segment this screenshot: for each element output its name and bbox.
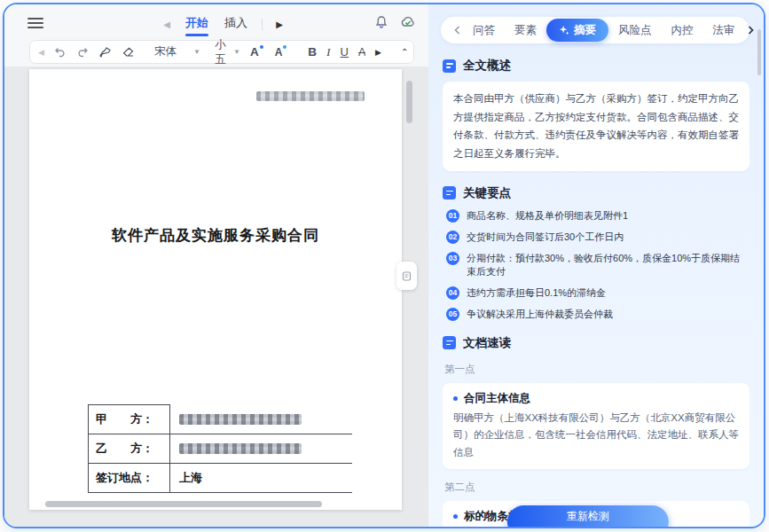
quickread-point-label: 第一点	[444, 363, 749, 376]
bullet-dot-icon	[453, 396, 458, 401]
bullet-dot-icon	[453, 514, 458, 519]
app-window: ◀ 开始 插入 ▶	[3, 3, 765, 528]
tab-elements[interactable]: 要素	[505, 23, 546, 38]
redo-button[interactable]	[76, 46, 89, 58]
collapse-toolbar-icon[interactable]: ⌃	[401, 47, 408, 57]
key-point-item: 03 分期付款：预付款30%，验收后付60%，质保金10%于质保期结束后支付	[446, 252, 749, 278]
signature-table: 甲 方： 乙 方： 签订地点： 上海	[88, 404, 352, 493]
document-canvas: 软件产品及实施服务采购合同 甲 方： 乙 方： 签订地点： 上海	[4, 66, 428, 527]
scrollbar-thumb[interactable]	[406, 81, 412, 123]
quickread-card-desc: 明确甲方（上海XX科技有限公司）与乙方（北京XX商贸有限公司）的企业信息，包含统…	[453, 410, 739, 462]
document-title: 软件产品及实施服务采购合同	[29, 225, 402, 246]
toolbar-scroll-right-icon[interactable]: ▶	[375, 48, 381, 57]
sign-place-value: 上海	[170, 464, 353, 493]
section-overview-header: 全文概述	[443, 58, 749, 74]
menu-button[interactable]	[27, 15, 43, 27]
assistant-body: 全文概述 本合同由甲方（供应商）与乙方（采购方）签订，约定甲方向乙方提供指定商品…	[443, 43, 749, 527]
redacted-value	[179, 443, 302, 454]
font-family-value: 宋体	[154, 44, 177, 59]
tabs-scroll-right-icon[interactable]	[745, 26, 757, 35]
key-point-item: 05 争议解决采用上海仲裁委员会仲裁	[446, 308, 749, 321]
section-quickread-title: 文档速读	[463, 335, 511, 351]
tab-internal-control[interactable]: 内控	[662, 23, 703, 38]
editor-pane: ◀ 开始 插入 ▶	[4, 4, 428, 527]
document-section-icon	[443, 336, 456, 349]
quickread-card-title-row: 合同主体信息	[453, 391, 739, 406]
key-point-item: 01 商品名称、规格及单价明细表见附件1	[446, 209, 749, 223]
divider	[262, 19, 263, 30]
chevron-down-icon: ▼	[233, 48, 240, 56]
chevron-right-icon	[747, 26, 755, 35]
redacted-value	[179, 414, 302, 425]
tab-legal-review[interactable]: 法审	[703, 23, 745, 38]
section-keypoints-header: 关键要点	[443, 185, 749, 201]
bold-button[interactable]: B	[308, 45, 317, 59]
font-family-select[interactable]: 宋体 ▼	[154, 44, 200, 59]
tab-summary-label: 摘要	[574, 23, 596, 38]
tab-summary[interactable]: 摘要	[546, 19, 608, 42]
document-horizontal-scrollbar[interactable]	[45, 501, 347, 507]
eraser-icon	[122, 46, 135, 59]
tab-risks[interactable]: 风险点	[608, 23, 662, 38]
document-section-icon	[443, 59, 456, 73]
document-vertical-scrollbar[interactable]	[406, 72, 412, 497]
cloud-saved-icon[interactable]	[400, 14, 416, 30]
formatting-toolbar: ◀ 宋体 ▼ 小五 ▼ A	[29, 40, 414, 64]
undo-button[interactable]	[54, 46, 67, 58]
font-size-value: 小五	[210, 37, 231, 67]
strikethrough-button[interactable]: A	[358, 46, 365, 59]
scrollbar-thumb[interactable]	[45, 501, 322, 507]
clear-format-button[interactable]	[122, 46, 135, 59]
underline-button[interactable]: U	[341, 45, 349, 59]
sign-place-label: 签订地点：	[89, 464, 170, 493]
number-badge: 02	[446, 231, 459, 244]
cloud-check-icon	[400, 15, 416, 29]
table-row: 乙 方：	[89, 434, 353, 464]
table-row: 签订地点： 上海	[89, 464, 353, 493]
toolbar-scroll-left-icon[interactable]: ◀	[38, 48, 44, 57]
section-quickread-header: 文档速读	[443, 335, 749, 351]
document-page[interactable]: 软件产品及实施服务采购合同 甲 方： 乙 方： 签订地点： 上海	[29, 69, 402, 510]
number-badge: 03	[446, 252, 459, 265]
quickread-point-label: 第二点	[444, 481, 749, 494]
increase-font-icon: A	[250, 45, 259, 59]
key-point-text: 违约方需承担每日0.1%的滞纳金	[467, 286, 606, 300]
overview-card: 本合同由甲方（供应商）与乙方（采购方）签订，约定甲方向乙方提供指定商品，乙方按约…	[443, 82, 749, 171]
tabs-scroll-left-icon[interactable]	[451, 26, 463, 35]
ribbon-scroll-left-icon[interactable]: ◀	[162, 20, 171, 29]
tab-home[interactable]: 开始	[184, 13, 210, 35]
editor-header: ◀ 开始 插入 ▶	[4, 4, 428, 38]
assistant-pane: 问答 要素 摘要 风险点 内控 法审 全文概述 本合同由甲方（供应商）与乙方（采…	[428, 4, 764, 527]
party-a-label: 甲 方：	[89, 405, 170, 434]
italic-button[interactable]: I	[326, 45, 331, 59]
document-section-icon	[443, 186, 456, 200]
party-b-label: 乙 方：	[89, 434, 170, 464]
assistant-scrollbar[interactable]	[757, 29, 761, 260]
tab-qa[interactable]: 问答	[463, 23, 505, 38]
scrollbar-thumb[interactable]	[757, 29, 761, 75]
quickread-card: 合同主体信息 明确甲方（上海XX科技有限公司）与乙方（北京XX商贸有限公司）的企…	[443, 383, 749, 470]
key-point-text: 交货时间为合同签订后30个工作日内	[467, 231, 624, 244]
notification-icon[interactable]	[373, 14, 389, 30]
format-painter-icon	[98, 46, 112, 59]
key-point-text: 争议解决采用上海仲裁委员会仲裁	[467, 308, 613, 321]
table-row: 甲 方：	[89, 405, 353, 434]
party-b-value	[170, 434, 353, 464]
format-painter-button[interactable]	[98, 46, 112, 59]
ribbon-scroll-right-icon[interactable]: ▶	[275, 20, 284, 29]
regenerate-button[interactable]: 重新检测	[507, 505, 669, 528]
increase-font-button[interactable]: A	[250, 45, 265, 59]
ribbon-tab-bar: ◀ 开始 插入 ▶	[162, 13, 284, 35]
tab-insert[interactable]: 插入	[223, 13, 249, 35]
assistant-tab-bar: 问答 要素 摘要 风险点 内控 法审	[441, 17, 749, 43]
number-badge: 05	[446, 308, 459, 321]
chevron-down-icon: ▼	[193, 48, 200, 56]
quickread-card-title: 合同主体信息	[464, 391, 530, 406]
bell-icon	[374, 15, 388, 29]
sparkle-icon	[559, 25, 569, 35]
decrease-font-button[interactable]: A	[275, 46, 289, 59]
chevron-left-icon	[453, 26, 461, 35]
font-size-select[interactable]: 小五 ▼	[210, 37, 240, 67]
key-point-item: 02 交货时间为合同签订后30个工作日内	[446, 231, 749, 244]
number-badge: 04	[446, 286, 459, 300]
